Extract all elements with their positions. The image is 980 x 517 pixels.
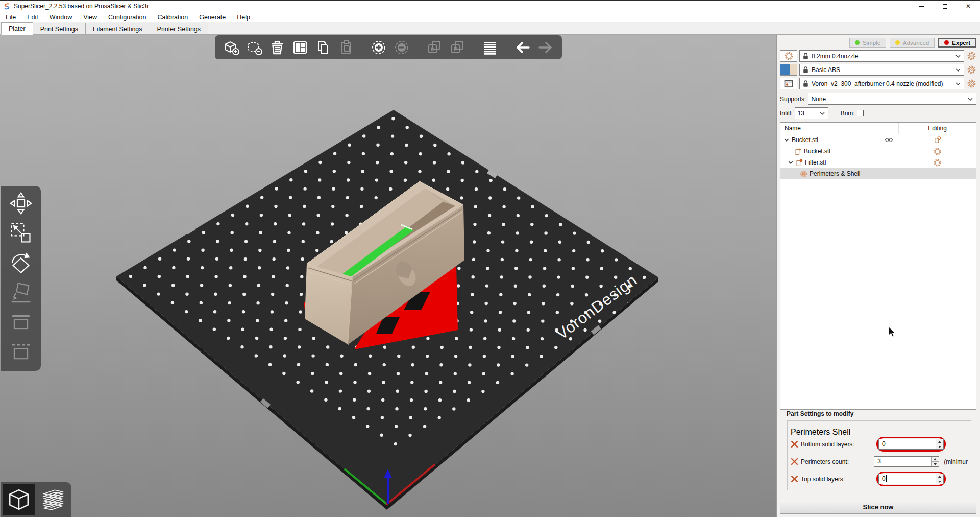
collapse-chevron-icon[interactable]	[783, 137, 790, 143]
menu-generate[interactable]: Generate	[193, 12, 231, 22]
menu-view[interactable]: View	[78, 12, 103, 22]
filament-preset-combobox[interactable]: Basic ABS	[799, 64, 964, 76]
mode-expert-button[interactable]: Expert	[938, 38, 976, 48]
svg-text:P: P	[454, 46, 457, 52]
collapse-chevron-icon[interactable]	[788, 159, 794, 166]
settings-category-icon	[800, 170, 807, 178]
infill-label: Infill:	[780, 110, 793, 117]
mode-advanced-button[interactable]: Advanced	[890, 38, 935, 48]
tab-filament-settings[interactable]: Filament Settings	[85, 23, 150, 34]
remove-instance-button[interactable]	[391, 37, 412, 58]
window-title: SuperSlicer_2.2.53 based on PrusaSlicer …	[14, 3, 149, 10]
chevron-down-icon	[955, 55, 961, 58]
edit-printer-preset-button[interactable]	[966, 78, 976, 89]
eye-icon[interactable]	[885, 137, 893, 143]
spin-up-button[interactable]	[932, 457, 939, 461]
undo-icon	[518, 43, 529, 52]
print-settings-icon	[780, 50, 797, 62]
add-instance-button[interactable]	[369, 37, 389, 58]
object-row-bucket[interactable]: Bucket.stl	[780, 134, 976, 146]
part-row-bucket[interactable]: Bucket.stl	[780, 146, 976, 157]
perimeters-count-input[interactable]: 3	[874, 456, 939, 467]
split-to-parts-button[interactable]: P	[447, 37, 468, 58]
tab-print-settings[interactable]: Print Settings	[33, 23, 86, 34]
variable-layer-height-button[interactable]	[480, 37, 500, 58]
expert-mode-dot-icon	[944, 40, 949, 45]
spin-up-button[interactable]	[936, 439, 943, 444]
object-name: Bucket.stl	[792, 136, 818, 144]
split-to-objects-button[interactable]: 0	[424, 37, 445, 58]
spinner-arrows[interactable]	[936, 474, 943, 484]
remove-setting-icon[interactable]	[791, 441, 798, 448]
rotate-tool-button[interactable]	[5, 248, 37, 277]
edit-filament-preset-button[interactable]	[966, 64, 976, 76]
close-button[interactable]: ✕	[957, 1, 980, 12]
title-bar: SuperSlicer_2.2.53 based on PrusaSlicer …	[0, 1, 980, 12]
chevron-down-icon	[968, 98, 973, 101]
mode-selector: Simple Advanced Expert	[780, 38, 976, 48]
remove-object-button[interactable]	[244, 37, 264, 58]
layers-preview-button[interactable]	[37, 484, 68, 515]
settings-tab-strip: Plater Print Settings Filament Settings …	[0, 22, 980, 35]
part-settings-title: Part Settings to modify	[785, 410, 855, 417]
menu-edit[interactable]: Edit	[21, 12, 44, 22]
tab-printer-settings[interactable]: Printer Settings	[150, 23, 208, 34]
remove-setting-icon[interactable]	[791, 458, 798, 465]
print-preset-combobox[interactable]: 0.2mm 0.4nozzle	[799, 50, 964, 62]
spin-down-button[interactable]	[936, 444, 943, 449]
brim-checkbox[interactable]	[857, 110, 864, 116]
redo-button[interactable]	[535, 37, 556, 58]
delete-all-button[interactable]	[267, 37, 287, 58]
3d-viewport[interactable]: VoronDesign	[0, 35, 776, 517]
seam-tool-button[interactable]	[5, 337, 37, 366]
remove-setting-icon[interactable]	[791, 476, 798, 482]
chevron-down-icon	[955, 82, 961, 85]
settings-category-row[interactable]: Perimeters & Shell	[780, 168, 976, 179]
printer-preset-combobox[interactable]: Voron_v2_300_afterburner 0.4 nozzle (mod…	[799, 78, 964, 89]
spin-up-button[interactable]	[936, 474, 943, 479]
menu-calibration[interactable]: Calibration	[152, 12, 193, 22]
3d-view-button[interactable]	[3, 484, 35, 515]
gear-icon[interactable]	[934, 159, 941, 167]
layers-preview-icon	[44, 490, 62, 510]
svg-text:0: 0	[431, 46, 434, 52]
printer-icon	[780, 78, 797, 89]
infill-select[interactable]: 13	[795, 107, 828, 119]
add-object-icon	[225, 42, 239, 55]
view-mode-switcher	[1, 482, 71, 517]
remove-instance-icon	[396, 41, 408, 54]
cut-tool-button[interactable]	[5, 308, 37, 336]
arrange-button[interactable]	[290, 37, 310, 58]
spinner-arrows[interactable]	[936, 439, 943, 449]
supports-select[interactable]: None	[808, 93, 976, 105]
slice-now-button[interactable]: Slice now	[780, 500, 976, 514]
scale-tool-button[interactable]	[5, 219, 37, 247]
mode-simple-button[interactable]: Simple	[849, 38, 886, 48]
top-solid-layers-input[interactable]: 0	[878, 474, 944, 484]
bottom-solid-layers-input[interactable]: 0	[878, 439, 944, 450]
copy-button[interactable]	[313, 37, 333, 58]
gear-icon[interactable]	[934, 148, 941, 155]
move-tool-button[interactable]	[5, 189, 37, 218]
edit-print-preset-button[interactable]	[966, 50, 976, 62]
restore-button[interactable]	[933, 1, 957, 12]
menu-file[interactable]: File	[0, 12, 21, 22]
paste-button[interactable]	[336, 37, 356, 58]
object-list-header: Name Editing	[780, 123, 976, 134]
tab-plater[interactable]: Plater	[1, 22, 33, 35]
undo-button[interactable]	[512, 37, 533, 58]
minimize-button[interactable]	[910, 1, 933, 12]
menu-help[interactable]: Help	[231, 12, 256, 22]
spin-down-button[interactable]	[932, 461, 939, 466]
menu-configuration[interactable]: Configuration	[103, 12, 152, 22]
setting-label: Bottom solid layers:	[801, 441, 876, 448]
part-row-filter[interactable]: Filter.stl	[780, 157, 976, 168]
add-settings-icon[interactable]	[934, 136, 941, 144]
spin-down-button[interactable]	[936, 479, 943, 484]
spinner-arrows[interactable]	[931, 457, 939, 466]
add-object-button[interactable]	[221, 37, 241, 58]
supports-value: None	[811, 96, 965, 103]
setting-suffix: (minimur	[944, 458, 968, 465]
place-on-face-tool-button[interactable]	[5, 278, 37, 307]
menu-window[interactable]: Window	[44, 12, 78, 22]
